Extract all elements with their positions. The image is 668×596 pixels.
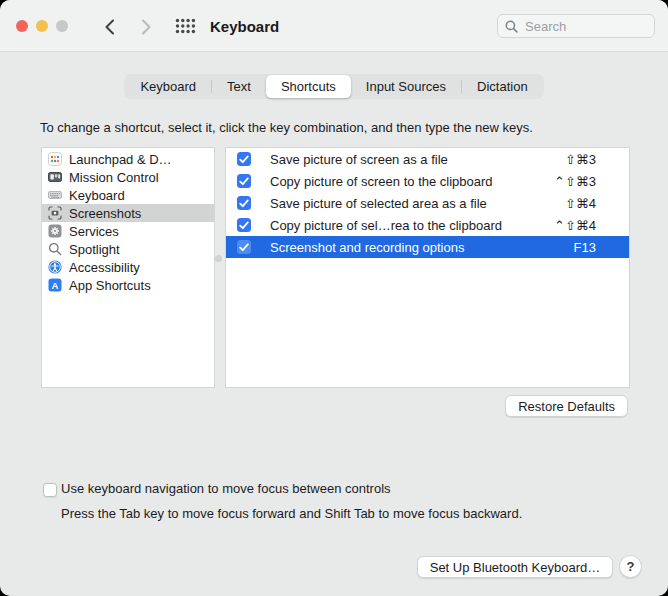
sidebar-item-label: Launchpad & D… [69, 152, 172, 167]
shortcut-label: Copy picture of sel…rea to the clipboard [270, 218, 502, 233]
grid-icon [175, 18, 196, 34]
tab-input-sources[interactable]: Input Sources [351, 75, 461, 98]
minimize-window-button[interactable] [36, 20, 48, 32]
shortcut-checkbox[interactable] [237, 240, 251, 254]
shortcut-label: Save picture of selected area as a file [270, 196, 487, 211]
system-preferences-keyboard-window: Keyboard KeyboardTextShortcutsInput Sour… [0, 0, 668, 596]
sidebar-item-mission-control[interactable]: Mission Control [42, 168, 214, 186]
sidebar-item-screenshots[interactable]: Screenshots [42, 204, 214, 222]
shortcut-keys[interactable]: ⇧⌘3 [565, 152, 596, 167]
sidebar-item-services[interactable]: Services [42, 222, 214, 240]
search-field[interactable] [497, 14, 655, 38]
shortcut-label: Screenshot and recording options [270, 240, 464, 255]
scrollbar-thumb[interactable] [215, 255, 222, 262]
shortcuts-list: Save picture of screen as a file⇧⌘3Copy … [225, 147, 630, 388]
tab-bar: KeyboardTextShortcutsInput SourcesDictat… [124, 74, 543, 99]
app-shortcuts-icon: A [48, 278, 62, 292]
shortcut-row-copy-picture-of-sel-rea-to-the-clipboard[interactable]: Copy picture of sel…rea to the clipboard… [226, 214, 629, 236]
launchpad-icon [48, 152, 62, 166]
keyboard-navigation-label: Use keyboard navigation to move focus be… [61, 481, 391, 496]
shortcut-checkbox[interactable] [237, 218, 251, 232]
tab-bar-wrap: KeyboardTextShortcutsInput SourcesDictat… [0, 74, 668, 99]
shortcut-row-screenshot-and-recording-options[interactable]: Screenshot and recording optionsF13 [226, 236, 629, 258]
search-input[interactable] [523, 18, 647, 35]
close-window-button[interactable] [16, 20, 28, 32]
keyboard-navigation-hint: Press the Tab key to move focus forward … [61, 506, 522, 521]
chevron-left-icon [104, 19, 115, 35]
window-controls [16, 20, 68, 32]
mission-control-icon [48, 170, 62, 184]
services-gear-icon [48, 224, 62, 238]
keyboard-icon [48, 188, 62, 202]
accessibility-icon [48, 260, 62, 274]
shortcut-row-save-picture-of-screen-as-a-file[interactable]: Save picture of screen as a file⇧⌘3 [226, 148, 629, 170]
tab-dictation[interactable]: Dictation [462, 75, 543, 98]
zoom-window-button [56, 20, 68, 32]
screenshots-icon [48, 206, 62, 220]
restore-defaults-button[interactable]: Restore Defaults [505, 395, 628, 417]
sidebar-item-launchpad-d[interactable]: Launchpad & D… [42, 150, 214, 168]
tab-keyboard[interactable]: Keyboard [125, 75, 211, 98]
forward-button[interactable] [134, 15, 158, 39]
sidebar-item-label: Screenshots [69, 206, 141, 221]
shortcut-row-save-picture-of-selected-area-as-a-file[interactable]: Save picture of selected area as a file⇧… [226, 192, 629, 214]
shortcut-categories-list: Launchpad & D…Mission ControlKeyboardScr… [41, 147, 215, 388]
sidebar-item-spotlight[interactable]: Spotlight [42, 240, 214, 258]
shortcut-label: Save picture of screen as a file [270, 152, 448, 167]
back-button[interactable] [97, 15, 121, 39]
chevron-right-icon [141, 19, 152, 35]
shortcut-checkbox[interactable] [237, 196, 251, 210]
sidebar-item-label: Accessibility [69, 260, 140, 275]
spotlight-magnifier-icon [48, 242, 62, 256]
keyboard-navigation-checkbox[interactable] [43, 483, 57, 497]
shortcut-keys[interactable]: ⌃⇧⌘4 [554, 218, 596, 233]
setup-bluetooth-keyboard-button[interactable]: Set Up Bluetooth Keyboard… [417, 556, 613, 578]
sidebar-item-accessibility[interactable]: Accessibility [42, 258, 214, 276]
help-button[interactable]: ? [619, 555, 642, 578]
page-title: Keyboard [210, 0, 279, 52]
shortcut-row-copy-picture-of-screen-to-the-clipboard[interactable]: Copy picture of screen to the clipboard⌃… [226, 170, 629, 192]
titlebar: Keyboard [0, 0, 668, 52]
tab-shortcuts[interactable]: Shortcuts [266, 75, 351, 98]
shortcut-keys[interactable]: ⇧⌘4 [565, 196, 596, 211]
shortcut-checkbox[interactable] [237, 174, 251, 188]
search-icon [505, 20, 518, 33]
sidebar-item-app-shortcuts[interactable]: AApp Shortcuts [42, 276, 214, 294]
sidebar-item-label: App Shortcuts [69, 278, 151, 293]
sidebar-item-keyboard[interactable]: Keyboard [42, 186, 214, 204]
sidebar-item-label: Mission Control [69, 170, 159, 185]
svg-text:A: A [52, 280, 59, 291]
instruction-text: To change a shortcut, select it, click t… [40, 120, 533, 135]
sidebar-item-label: Keyboard [69, 188, 125, 203]
shortcut-keys[interactable]: F13 [574, 240, 596, 255]
tab-text[interactable]: Text [212, 75, 266, 98]
sidebar-item-label: Services [69, 224, 119, 239]
shortcut-checkbox[interactable] [237, 152, 251, 166]
sidebar-item-label: Spotlight [69, 242, 120, 257]
shortcut-keys[interactable]: ⌃⇧⌘3 [554, 174, 596, 189]
show-all-preferences-button[interactable] [175, 18, 196, 37]
shortcut-label: Copy picture of screen to the clipboard [270, 174, 493, 189]
